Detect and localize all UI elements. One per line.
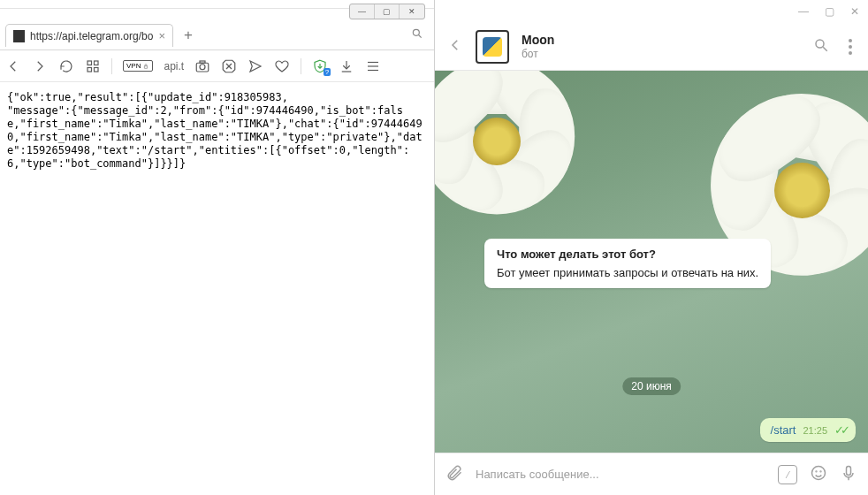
window-minimize-button[interactable]: — xyxy=(350,4,375,19)
nav-back-button[interactable] xyxy=(5,58,21,74)
adblock-icon[interactable] xyxy=(221,58,237,74)
chat-search-button[interactable] xyxy=(813,37,829,57)
window-close-button[interactable]: ✕ xyxy=(400,4,424,19)
message-input-bar: / xyxy=(435,453,868,495)
browser-window-controls: — ▢ ✕ xyxy=(349,4,425,19)
info-card-question: Что может делать этот бот? xyxy=(497,248,758,261)
tab-search-icon[interactable] xyxy=(411,27,423,43)
chat-name: Moon xyxy=(522,33,554,48)
chat-header: Moon бот xyxy=(435,23,868,71)
svg-point-20 xyxy=(812,466,826,479)
tab-title: https://api.telegram.org/bo xyxy=(30,30,153,42)
reload-button[interactable] xyxy=(58,58,74,74)
chat-more-button[interactable] xyxy=(845,39,856,55)
heart-icon[interactable] xyxy=(274,58,290,74)
window-maximize-button[interactable]: ▢ xyxy=(375,4,400,19)
emoji-button[interactable] xyxy=(810,464,827,485)
extensions-grid-icon[interactable] xyxy=(85,58,101,74)
outgoing-message[interactable]: /start 21:25 ✓✓ xyxy=(760,418,856,442)
telegram-window-controls: — ▢ ✕ xyxy=(435,0,868,23)
chat-body[interactable]: Что может делать этот бот? Бот умеет при… xyxy=(435,71,868,453)
browser-toolbar: VPN api.t ? xyxy=(0,50,434,82)
browser-titlebar: — ▢ ✕ xyxy=(0,0,434,9)
svg-point-22 xyxy=(820,470,821,471)
browser-window: — ▢ ✕ https://api.telegram.org/bo × + VP… xyxy=(0,0,435,495)
vpn-badge[interactable]: VPN xyxy=(123,60,153,72)
tab-favicon xyxy=(13,30,25,42)
date-separator-chip: 20 июня xyxy=(622,377,681,395)
chat-subtitle: бот xyxy=(522,48,554,60)
attach-button[interactable] xyxy=(445,464,463,485)
tg-window-maximize[interactable]: ▢ xyxy=(825,5,834,18)
python-logo-icon xyxy=(483,37,502,57)
bot-commands-button[interactable]: / xyxy=(778,465,797,484)
toolbar-separator xyxy=(111,58,112,74)
back-button[interactable] xyxy=(447,37,463,57)
downloads-shield-icon[interactable]: ? xyxy=(312,58,328,74)
tab-close-button[interactable]: × xyxy=(158,29,165,42)
read-checks-icon: ✓✓ xyxy=(834,423,847,437)
browser-tabbar: https://api.telegram.org/bo × + xyxy=(0,21,434,50)
svg-rect-5 xyxy=(95,67,99,72)
svg-point-21 xyxy=(816,470,817,471)
svg-point-18 xyxy=(816,40,824,48)
voice-record-button[interactable] xyxy=(840,464,857,485)
svg-rect-6 xyxy=(145,65,148,68)
new-tab-button[interactable]: + xyxy=(179,27,198,44)
bot-avatar[interactable] xyxy=(476,30,509,64)
message-time: 21:25 xyxy=(803,425,827,436)
svg-point-0 xyxy=(413,29,419,35)
svg-marker-13 xyxy=(250,61,261,72)
browser-page-body[interactable]: {"ok":true,"result":[{"update_id":918305… xyxy=(0,82,434,495)
sidebar-toggle-icon[interactable] xyxy=(365,58,381,74)
tg-window-close[interactable]: ✕ xyxy=(850,5,859,18)
toolbar-separator xyxy=(301,58,301,74)
message-text: /start xyxy=(771,423,796,437)
shield-badge-text: ? xyxy=(324,68,331,76)
svg-line-1 xyxy=(419,35,422,38)
bg-flower-decoration xyxy=(435,71,576,221)
svg-rect-9 xyxy=(200,61,205,63)
info-card-answer: Бот умеет принимать запросы и отвечать н… xyxy=(497,266,758,279)
svg-line-19 xyxy=(823,47,827,51)
message-input[interactable] xyxy=(476,468,765,481)
address-fragment[interactable]: api.t xyxy=(164,60,184,72)
chat-title-block[interactable]: Moon бот xyxy=(522,33,554,60)
camera-icon[interactable] xyxy=(194,58,210,74)
svg-rect-2 xyxy=(88,61,92,65)
download-icon[interactable] xyxy=(339,58,354,74)
nav-forward-button[interactable] xyxy=(32,58,48,74)
send-icon[interactable] xyxy=(247,58,263,74)
svg-rect-3 xyxy=(95,61,99,65)
svg-rect-4 xyxy=(88,67,92,72)
tg-window-minimize[interactable]: — xyxy=(798,5,809,18)
telegram-window: — ▢ ✕ Moon бот xyxy=(435,0,868,495)
bot-info-card: Что может делать этот бот? Бот умеет при… xyxy=(484,239,771,288)
svg-rect-23 xyxy=(847,466,851,475)
browser-tab-active[interactable]: https://api.telegram.org/bo × xyxy=(5,24,173,47)
svg-point-8 xyxy=(200,64,205,69)
